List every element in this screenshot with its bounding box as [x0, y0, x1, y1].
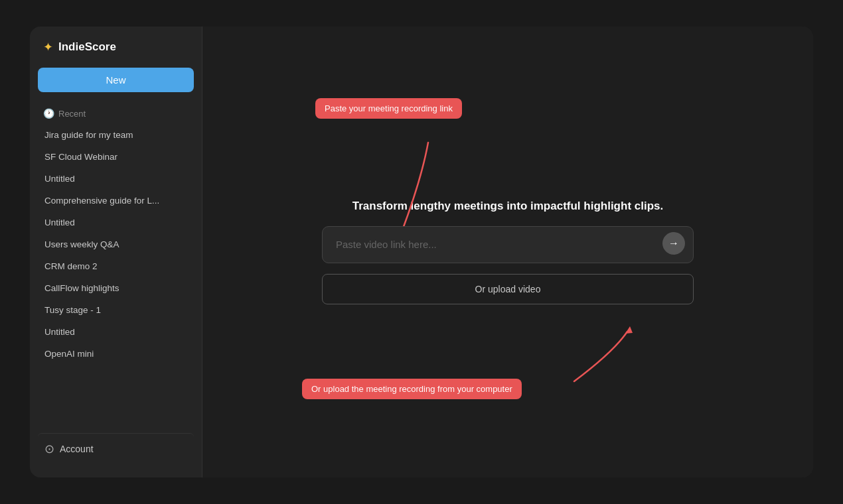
logo-area: ✦ IndieScore: [38, 40, 194, 68]
nav-item[interactable]: Untitled: [38, 321, 194, 343]
center-card: Transform lengthy meetings into impactfu…: [322, 200, 694, 304]
logo-text: IndieScore: [58, 40, 116, 54]
send-button[interactable]: →: [662, 232, 685, 255]
svg-marker-1: [625, 326, 633, 334]
nav-list: Jira guide for my teamSF Cloud WebinarUn…: [38, 124, 194, 428]
new-button[interactable]: New: [38, 68, 194, 92]
nav-item[interactable]: OpenAI mini: [38, 343, 194, 365]
nav-item[interactable]: Untitled: [38, 168, 194, 190]
nav-item[interactable]: Tusy stage - 1: [38, 299, 194, 321]
main-content: Paste your meeting recording link Or upl…: [202, 27, 813, 477]
upload-video-button[interactable]: Or upload video: [322, 274, 694, 304]
nav-item[interactable]: Untitled: [38, 212, 194, 233]
account-label: Account: [60, 444, 94, 454]
headline: Transform lengthy meetings into impactfu…: [352, 200, 663, 213]
input-area: →: [322, 226, 694, 263]
tooltip-upload: Or upload the meeting recording from you…: [302, 379, 522, 399]
account-icon: ⊙: [44, 442, 54, 456]
nav-item[interactable]: Comprehensive guide for L...: [38, 190, 194, 212]
nav-item[interactable]: CallFlow highlights: [38, 277, 194, 299]
nav-item[interactable]: Users weekly Q&A: [38, 233, 194, 255]
video-link-input[interactable]: [336, 239, 660, 250]
logo-star-icon: ✦: [43, 40, 53, 54]
clock-icon: 🕐: [43, 108, 54, 119]
sidebar: ✦ IndieScore New 🕐 Recent Jira guide for…: [30, 27, 202, 477]
arrow-right-icon: →: [668, 237, 679, 249]
nav-item[interactable]: Jira guide for my team: [38, 124, 194, 146]
nav-item[interactable]: SF Cloud Webinar: [38, 146, 194, 168]
account-area[interactable]: ⊙ Account: [38, 433, 194, 464]
recent-section-label: 🕐 Recent: [38, 105, 194, 124]
nav-item[interactable]: CRM demo 2: [38, 255, 194, 277]
tooltip-paste-link: Paste your meeting recording link: [315, 98, 462, 119]
